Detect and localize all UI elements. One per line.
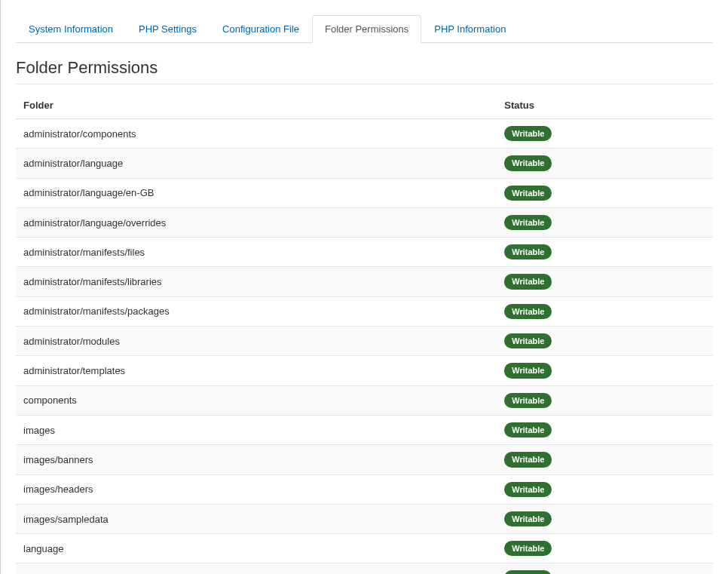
table-row: language/en-GBWritable: [16, 563, 713, 574]
folder-status-cell: Writable: [497, 534, 713, 563]
table-row: administrator/componentsWritable: [16, 119, 713, 149]
folder-status-cell: Writable: [497, 474, 713, 504]
folder-path: administrator/manifests/libraries: [16, 267, 497, 296]
folder-permissions-table: Folder Status administrator/componentsWr…: [16, 92, 713, 574]
status-badge: Writable: [504, 541, 552, 556]
tab-php-settings[interactable]: PHP Settings: [126, 15, 210, 43]
status-badge: Writable: [504, 244, 552, 259]
tab-system-information[interactable]: System Information: [16, 15, 126, 43]
status-badge: Writable: [504, 126, 552, 141]
table-row: images/bannersWritable: [16, 445, 713, 474]
folder-status-cell: Writable: [497, 238, 713, 267]
table-row: languageWritable: [16, 534, 713, 563]
tabs-nav: System Information PHP Settings Configur…: [16, 15, 713, 43]
folder-path: administrator/templates: [16, 356, 497, 385]
tab-configuration-file[interactable]: Configuration File: [210, 15, 312, 43]
folder-path: images: [16, 415, 497, 444]
folder-path: administrator/language/overrides: [16, 207, 497, 237]
folder-path: images/headers: [16, 474, 497, 504]
table-row: administrator/templatesWritable: [16, 356, 713, 385]
folder-path: administrator/manifests/packages: [16, 296, 497, 326]
status-badge: Writable: [504, 363, 552, 378]
table-header-folder: Folder: [16, 92, 497, 119]
status-badge: Writable: [504, 274, 552, 289]
folder-path: components: [16, 385, 497, 415]
folder-path: language/en-GB: [16, 563, 497, 574]
folder-path: administrator/components: [16, 119, 497, 149]
folder-path: administrator/language/en-GB: [16, 178, 497, 207]
folder-status-cell: Writable: [497, 563, 713, 574]
status-badge: Writable: [504, 333, 552, 348]
folder-status-cell: Writable: [497, 178, 713, 207]
status-badge: Writable: [504, 304, 552, 319]
folder-status-cell: Writable: [497, 385, 713, 415]
status-badge: Writable: [504, 422, 552, 437]
status-badge: Writable: [504, 570, 552, 574]
folder-status-cell: Writable: [497, 356, 713, 385]
status-badge: Writable: [504, 215, 552, 230]
table-row: images/sampledataWritable: [16, 504, 713, 533]
table-header-status: Status: [497, 92, 713, 119]
table-row: administrator/manifests/packagesWritable: [16, 296, 713, 326]
folder-status-cell: Writable: [497, 504, 713, 533]
folder-status-cell: Writable: [497, 267, 713, 296]
folder-path: administrator/manifests/files: [16, 238, 497, 267]
status-badge: Writable: [504, 393, 552, 408]
folder-path: images/banners: [16, 445, 497, 474]
folder-path: administrator/language: [16, 149, 497, 178]
table-row: administrator/manifests/filesWritable: [16, 238, 713, 267]
status-badge: Writable: [504, 186, 552, 201]
folder-path: images/sampledata: [16, 504, 497, 533]
folder-path: language: [16, 534, 497, 563]
table-row: administrator/language/en-GBWritable: [16, 178, 713, 207]
page-title: Folder Permissions: [16, 58, 713, 84]
folder-status-cell: Writable: [497, 149, 713, 178]
table-row: componentsWritable: [16, 385, 713, 415]
folder-status-cell: Writable: [497, 119, 713, 149]
table-row: imagesWritable: [16, 415, 713, 444]
status-badge: Writable: [504, 155, 552, 170]
tab-php-information[interactable]: PHP Information: [421, 15, 518, 43]
status-badge: Writable: [504, 511, 552, 526]
folder-path: administrator/modules: [16, 327, 497, 356]
folder-status-cell: Writable: [497, 296, 713, 326]
folder-status-cell: Writable: [497, 415, 713, 444]
table-row: administrator/languageWritable: [16, 149, 713, 178]
folder-status-cell: Writable: [497, 327, 713, 356]
tab-folder-permissions[interactable]: Folder Permissions: [312, 15, 421, 43]
folder-status-cell: Writable: [497, 207, 713, 237]
table-row: images/headersWritable: [16, 474, 713, 504]
table-row: administrator/modulesWritable: [16, 327, 713, 356]
folder-status-cell: Writable: [497, 445, 713, 474]
status-badge: Writable: [504, 452, 552, 467]
table-row: administrator/manifests/librariesWritabl…: [16, 267, 713, 296]
status-badge: Writable: [504, 482, 552, 497]
table-row: administrator/language/overridesWritable: [16, 207, 713, 237]
